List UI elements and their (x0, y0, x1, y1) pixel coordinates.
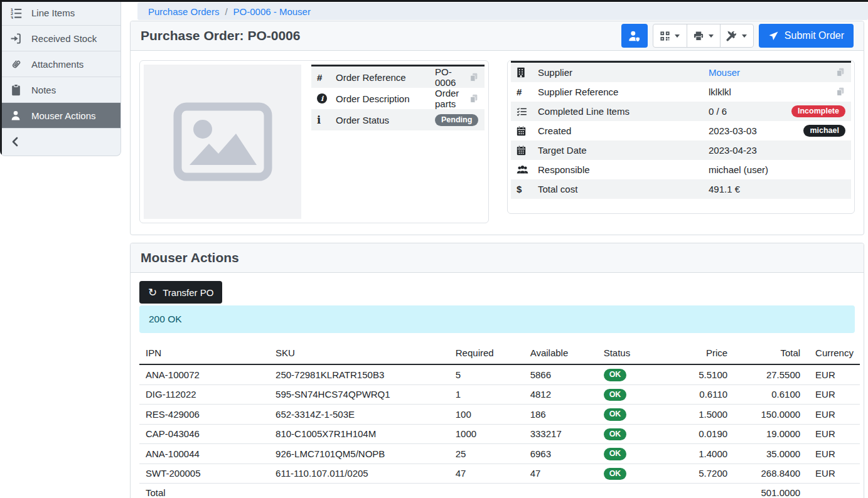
paperclip-icon (9, 58, 22, 70)
detail-value: 2023-03-03 (709, 125, 803, 136)
ok-badge: OK (604, 389, 627, 401)
cell-available: 47 (524, 464, 597, 484)
cell-price: 1.4000 (675, 444, 734, 464)
transfer-po-label: Transfer PO (163, 287, 213, 298)
ok-badge: OK (604, 369, 627, 381)
column-header-status[interactable]: Status (597, 345, 675, 364)
cell-ipn: ANA-100072 (139, 364, 269, 384)
tools-icon (726, 30, 737, 41)
sidebar-item-label: Attachments (31, 59, 83, 70)
purchase-order-panel: Purchase Order: PO-0006 (130, 21, 864, 235)
table-row[interactable]: ANA-100044 926-LMC7101QM5/NOPB 25 6963 O… (139, 444, 860, 464)
target-date-row: Target Date 2023-04-23 (511, 140, 851, 160)
admin-view-button[interactable] (621, 24, 648, 48)
transfer-po-button[interactable]: ↻ Transfer PO (139, 281, 222, 304)
purchase-order-panel-header: Purchase Order: PO-0006 (131, 21, 864, 51)
hashtag-icon: # (517, 87, 538, 97)
table-row[interactable]: ANA-100072 250-72981KLRATR150B3 5 5866 O… (139, 364, 860, 384)
caret-down-icon (709, 34, 714, 38)
supplier-link[interactable]: Mouser (709, 67, 740, 78)
cell-required: 25 (449, 444, 524, 464)
cell-ipn: CAP-043046 (139, 424, 269, 444)
order-image-placeholder[interactable] (144, 65, 301, 219)
cell-status: OK (597, 384, 675, 405)
cell-status: OK (597, 464, 675, 484)
column-header-required[interactable]: Required (449, 345, 524, 364)
column-header-sku[interactable]: SKU (269, 345, 449, 364)
breadcrumb: Purchase Orders / PO-0006 - Mouser (137, 3, 868, 20)
cell-sku: 810-C1005X7R1H104M (269, 424, 449, 444)
page-title: Purchase Order: PO-0006 (141, 28, 300, 43)
sidebar-item-attachments[interactable]: Attachments (0, 51, 121, 77)
window-top-edge (0, 0, 868, 2)
user-icon (9, 109, 22, 122)
user-shield-icon (628, 30, 641, 42)
breadcrumb-link-current-order[interactable]: PO-0006 - Mouser (233, 6, 311, 17)
column-header-ipn[interactable]: IPN (139, 345, 269, 364)
sidebar-item-mouser-actions[interactable]: Mouser Actions (0, 103, 121, 129)
print-actions-button[interactable] (687, 24, 720, 47)
cell-ipn: RES-429006 (139, 405, 269, 425)
barcode-actions-button[interactable] (653, 24, 687, 47)
sidebar-item-label: Mouser Actions (31, 110, 96, 121)
detail-label: Created (538, 125, 709, 136)
detail-value: michael (user) (709, 164, 845, 175)
sidebar-item-received-stock[interactable]: Received Stock (0, 26, 121, 51)
table-row[interactable]: DIG-112022 595-SN74HCS74QPWRQ1 1 4812 OK… (139, 384, 860, 405)
mouser-actions-title: Mouser Actions (141, 250, 239, 265)
sidebar-item-notes[interactable]: Notes (0, 77, 121, 103)
cell-required: 5 (449, 364, 524, 384)
cell-sku: 652-3314Z-1-503E (269, 405, 449, 425)
table-row[interactable]: RES-429006 652-3314Z-1-503E 100 186 OK 1… (139, 405, 860, 425)
detail-value: PO-0006 (435, 66, 469, 88)
copy-icon[interactable] (469, 93, 479, 104)
cell-total: 150.0000 (734, 405, 806, 425)
detail-label: Completed Line Items (538, 106, 709, 117)
breadcrumb-link-purchase-orders[interactable]: Purchase Orders (148, 6, 219, 17)
column-header-total[interactable]: Total (734, 345, 806, 364)
sidebar-item-line-items[interactable]: 123 Line Items (0, 0, 121, 26)
detail-value: 491.1 € (709, 184, 845, 194)
refresh-icon: ↻ (148, 287, 157, 298)
responsible-row: Responsible michael (user) (511, 160, 851, 179)
status-alert: 200 OK (139, 305, 855, 333)
cell-price: 0.6110 (675, 384, 734, 405)
printer-icon (693, 31, 704, 41)
detail-value: lklklkl (709, 87, 835, 97)
toolbar-button-group (653, 24, 754, 48)
sidebar-item-label: Notes (31, 85, 56, 95)
breadcrumb-separator: / (225, 6, 227, 17)
status-badge: Pending (435, 114, 478, 127)
cell-currency: EUR (806, 444, 860, 464)
users-icon (517, 165, 538, 174)
submit-order-button[interactable]: Submit Order (759, 24, 854, 48)
building-icon (517, 67, 538, 78)
order-actions-button[interactable] (720, 24, 753, 47)
clipboard-icon (9, 83, 22, 96)
copy-icon[interactable] (835, 67, 845, 78)
table-row[interactable]: SWT-200005 611-110.107.011/0205 47 47 OK… (139, 464, 860, 484)
detail-label: Supplier (538, 67, 709, 78)
column-header-available[interactable]: Available (524, 345, 597, 364)
copy-icon[interactable] (835, 87, 845, 97)
copy-icon[interactable] (469, 72, 479, 83)
detail-label: Total cost (538, 184, 709, 194)
cell-total: 27.5500 (734, 364, 806, 384)
column-header-currency[interactable]: Currency (806, 345, 860, 364)
sidebar-collapse-button[interactable] (0, 129, 121, 154)
caret-down-icon (675, 34, 680, 38)
column-header-price[interactable]: Price (675, 345, 734, 364)
cell-ipn: SWT-200005 (139, 464, 269, 484)
order-description-row: i Order Description Order parts (311, 88, 485, 109)
total-label: Total (139, 484, 269, 498)
detail-value: 0 / 6 (709, 106, 791, 117)
ok-badge: OK (604, 428, 627, 441)
cell-sku: 611-110.107.011/0205 (269, 464, 449, 484)
order-toolbar: Submit Order (621, 24, 854, 48)
cell-currency: EUR (806, 464, 860, 484)
main-content: Purchase Orders / PO-0006 - Mouser Purch… (130, 0, 868, 498)
image-placeholder-icon (173, 102, 272, 181)
table-row[interactable]: CAP-043046 810-C1005X7R1H104M 1000 33321… (139, 424, 860, 444)
ok-badge: OK (604, 408, 627, 421)
supplier-details-table: Supplier Mouser # Supplier Reference lkl… (511, 61, 851, 199)
